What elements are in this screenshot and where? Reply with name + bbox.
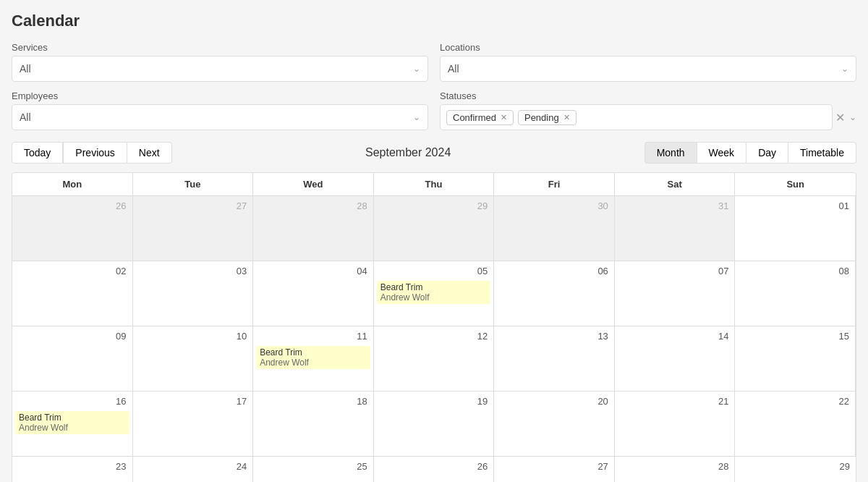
cal-date-label: 27 — [497, 460, 611, 473]
cal-cell-28-other[interactable]: 28 — [253, 196, 374, 261]
services-select[interactable]: All ⌄ — [12, 56, 428, 82]
cal-date-label: 07 — [618, 264, 732, 278]
cal-event-title: Beard Trim — [260, 347, 367, 358]
tag-pending-label: Pending — [524, 112, 559, 123]
cal-date-label: 22 — [738, 394, 852, 408]
cal-cell-23[interactable]: 23 — [12, 457, 133, 482]
cal-cell-13[interactable]: 13 — [494, 326, 615, 392]
next-button[interactable]: Next — [127, 142, 172, 164]
previous-button[interactable]: Previous — [63, 142, 127, 164]
cal-date-label: 10 — [136, 329, 250, 343]
cal-cell-06[interactable]: 06 — [494, 261, 615, 326]
cal-cell-10[interactable]: 10 — [133, 326, 254, 392]
filters-section: Services All ⌄ Locations All ⌄ Employees… — [12, 42, 856, 130]
cal-date-label: 30 — [497, 199, 611, 213]
cal-cell-24[interactable]: 24 — [133, 457, 254, 482]
cal-cell-03[interactable]: 03 — [133, 261, 254, 326]
header-sun: Sun — [735, 173, 856, 195]
cal-event-sub: Andrew Wolf — [380, 292, 488, 303]
statuses-filter-actions: ✕ ⌄ — [835, 111, 856, 124]
cal-date-label: 31 — [618, 199, 732, 213]
cal-event[interactable]: Beard TrimAndrew Wolf — [15, 411, 129, 434]
cal-cell-22[interactable]: 22 — [735, 392, 856, 457]
cal-date-label: 29 — [377, 199, 491, 213]
calendar-body: 2627282930310102030405Beard TrimAndrew W… — [12, 196, 856, 482]
cal-cell-05[interactable]: 05Beard TrimAndrew Wolf — [374, 261, 495, 326]
statuses-clear-icon[interactable]: ✕ — [835, 111, 845, 124]
statuses-filter-group: Statuses Confirmed ✕ Pending ✕ ✕ — [440, 90, 856, 130]
cal-date-label: 04 — [256, 264, 370, 278]
cal-date-label: 21 — [618, 394, 732, 408]
services-value: All — [20, 63, 31, 75]
calendar-header: Mon Tue Wed Thu Fri Sat Sun — [12, 173, 856, 196]
cal-cell-29[interactable]: 29 — [735, 457, 856, 482]
cal-date-label: 23 — [15, 460, 129, 473]
employees-filter-group: Employees All ⌄ — [12, 90, 428, 130]
cal-cell-07[interactable]: 07 — [615, 261, 736, 326]
cal-date-label: 24 — [136, 460, 250, 473]
view-month-button[interactable]: Month — [644, 142, 697, 164]
cal-date-label: 25 — [256, 460, 370, 473]
locations-label: Locations — [440, 42, 856, 53]
cal-cell-31-other[interactable]: 31 — [615, 196, 736, 261]
cal-cell-04[interactable]: 04 — [253, 261, 374, 326]
cal-cell-14[interactable]: 14 — [615, 326, 736, 392]
tag-pending: Pending ✕ — [518, 110, 576, 125]
cal-cell-20[interactable]: 20 — [494, 392, 615, 457]
employees-chevron-icon: ⌄ — [413, 112, 420, 122]
cal-event[interactable]: Beard TrimAndrew Wolf — [256, 346, 370, 369]
cal-cell-27[interactable]: 27 — [494, 457, 615, 482]
filter-row-2: Employees All ⌄ Statuses Confirmed ✕ Pe — [12, 90, 856, 130]
cal-cell-25[interactable]: 25 — [253, 457, 374, 482]
locations-value: All — [448, 63, 459, 75]
view-timetable-button[interactable]: Timetable — [788, 142, 856, 164]
cal-cell-29-other[interactable]: 29 — [374, 196, 495, 261]
calendar-nav: Today Previous Next — [12, 142, 172, 164]
cal-date-label: 16 — [15, 394, 129, 408]
view-week-button[interactable]: Week — [697, 142, 747, 164]
cal-event-sub: Andrew Wolf — [19, 423, 126, 433]
view-day-button[interactable]: Day — [746, 142, 788, 164]
cal-cell-21[interactable]: 21 — [615, 392, 736, 457]
cal-date-label: 05 — [377, 264, 491, 278]
cal-cell-12[interactable]: 12 — [374, 326, 495, 392]
cal-cell-26-other[interactable]: 26 — [12, 196, 133, 261]
statuses-tags: Confirmed ✕ Pending ✕ — [440, 104, 833, 130]
cal-cell-15[interactable]: 15 — [735, 326, 856, 392]
cal-cell-08[interactable]: 08 — [735, 261, 856, 326]
cal-cell-30-other[interactable]: 30 — [494, 196, 615, 261]
cal-cell-18[interactable]: 18 — [253, 392, 374, 457]
tag-pending-close[interactable]: ✕ — [563, 113, 570, 122]
employees-select[interactable]: All ⌄ — [12, 104, 428, 130]
cal-cell-27-other[interactable]: 27 — [133, 196, 254, 261]
cal-event[interactable]: Beard TrimAndrew Wolf — [377, 281, 491, 304]
cal-cell-01[interactable]: 01 — [735, 196, 856, 261]
statuses-label: Statuses — [440, 90, 856, 101]
tag-confirmed-close[interactable]: ✕ — [501, 113, 507, 122]
cal-date-label: 26 — [15, 199, 129, 213]
header-fri: Fri — [494, 173, 615, 195]
cal-date-label: 15 — [738, 329, 852, 343]
locations-select[interactable]: All ⌄ — [440, 56, 856, 82]
cal-date-label: 19 — [377, 394, 491, 408]
header-thu: Thu — [374, 173, 495, 195]
cal-cell-02[interactable]: 02 — [12, 261, 133, 326]
cal-date-label: 28 — [256, 199, 370, 213]
cal-cell-17[interactable]: 17 — [133, 392, 254, 457]
cal-cell-19[interactable]: 19 — [374, 392, 495, 457]
services-chevron-icon: ⌄ — [413, 64, 420, 74]
header-sat: Sat — [615, 173, 736, 195]
statuses-chevron-icon[interactable]: ⌄ — [849, 112, 856, 122]
cal-event-title: Beard Trim — [19, 413, 126, 423]
locations-chevron-icon: ⌄ — [841, 64, 848, 74]
today-button[interactable]: Today — [12, 142, 63, 164]
cal-event-title: Beard Trim — [380, 282, 488, 292]
cal-date-label: 20 — [497, 394, 611, 408]
cal-date-label: 29 — [738, 460, 853, 473]
cal-cell-09[interactable]: 09 — [12, 326, 133, 392]
cal-cell-26[interactable]: 26 — [374, 457, 495, 482]
cal-cell-16[interactable]: 16Beard TrimAndrew Wolf — [12, 392, 133, 457]
cal-cell-11[interactable]: 11Beard TrimAndrew Wolf — [253, 326, 374, 392]
cal-cell-28[interactable]: 28 — [615, 457, 736, 482]
page-container: Calendar Services All ⌄ Locations All ⌄ — [0, 0, 868, 482]
